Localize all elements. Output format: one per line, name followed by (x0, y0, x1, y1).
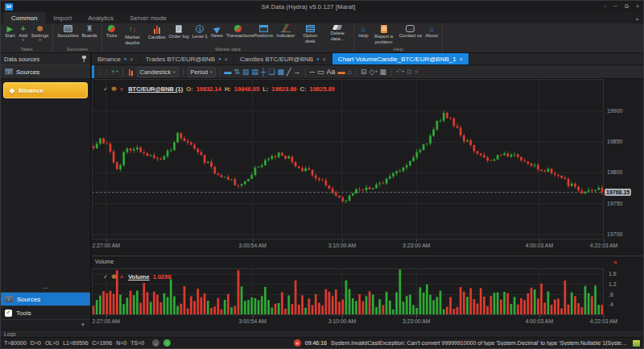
ribbon-indicator-button[interactable]: ╱╱Indicator (275, 24, 296, 39)
boards-icon: ♜ (86, 24, 93, 33)
series-settings-icon[interactable]: ☸ (111, 273, 117, 280)
series-remove-icon[interactable]: × (120, 86, 123, 92)
auto-range-button[interactable]: ⇅ (234, 69, 241, 76)
grid-toggle-button[interactable]: ▦ (380, 69, 387, 76)
volume-time-axis[interactable]: 2:27:00 AM3:00:54 AM3:10:00 AM3:23:00 AM… (92, 315, 604, 328)
close-tab-icon[interactable]: × (323, 56, 326, 62)
ribbon-order-log-button[interactable]: Order log (167, 24, 191, 39)
visibility-check-icon[interactable]: ✓ (103, 274, 108, 280)
sidebar-button-sources[interactable]: ↓ Sources (1, 292, 90, 305)
series-remove-icon[interactable]: × (120, 274, 123, 280)
close-tab-icon[interactable]: × (460, 56, 463, 62)
visibility-check-icon[interactable]: ✓ (103, 86, 108, 93)
binance-logo-icon: ◆ (10, 87, 14, 94)
minimize-icon[interactable]: ─ (613, 3, 617, 10)
log-file-icon[interactable] (633, 340, 640, 347)
ribbon-option-desk-button[interactable]: Option desk (296, 24, 324, 44)
chart-type-dropdown[interactable]: Candlestick▾ (137, 67, 179, 77)
ribbon-about-button[interactable]: ⌂About (423, 24, 440, 39)
ribbon-delete-data-button[interactable]: Delete data... (324, 24, 351, 41)
period-dropdown[interactable]: Period▾ (188, 67, 216, 77)
pin-window-icon[interactable]: ▫ (604, 3, 605, 10)
splitter-handle[interactable]: — (1, 285, 90, 292)
chevron-down-icon: ▾ (375, 70, 377, 74)
delete-drawing-button[interactable]: × (414, 69, 418, 76)
candlestick-type-icon (127, 68, 134, 76)
status-gray-icon[interactable]: ↓ (152, 339, 159, 347)
ribbon-level-1-button[interactable]: 1Level 1 (191, 24, 209, 39)
ribbon-contact-us-button[interactable]: ⋯Contact us (398, 24, 424, 39)
panel-grid-button[interactable]: ▤ (252, 69, 259, 76)
ribbon-tab-analytics[interactable]: Analytics (80, 12, 122, 23)
price-chart-svg[interactable] (92, 79, 604, 239)
source-item-binance[interactable]: ◆ Binance (3, 82, 88, 98)
close-tab-icon[interactable]: × (225, 56, 228, 62)
tooltip-button[interactable]: ❑ (269, 69, 275, 76)
time-tick-label: 4:22:03 AM (590, 243, 617, 248)
price-tick-label: 19900 (607, 108, 622, 114)
ribbon-market-depths-button[interactable]: ↑↓Market depths (119, 24, 147, 45)
tab-binance[interactable]: Binance●× (92, 53, 140, 64)
ribbon-add-button[interactable]: +Add▾ (17, 24, 30, 42)
rectangle-tool-icon: ▭ (317, 69, 324, 76)
pin-icon[interactable] (81, 56, 87, 62)
horizontal-line-button[interactable]: ─ (310, 69, 315, 76)
status-green-icon[interactable]: ↑ (163, 339, 171, 347)
text-tool-button[interactable]: Aa (326, 69, 335, 76)
ohlc-close-value: 19825.89 (309, 85, 334, 93)
error-message[interactable]: System.InvalidCastException: Can't conve… (331, 340, 629, 346)
logs-panel-header[interactable]: Logs (1, 330, 643, 337)
volume-series-title[interactable]: Volume (128, 273, 150, 280)
series-settings-icon[interactable]: ☸ (111, 85, 117, 93)
ribbon-start-button[interactable]: ▶Start (3, 24, 17, 39)
rectangle-tool-button[interactable]: ▭ (317, 69, 324, 76)
tab-candles-btc-eur-bnb[interactable]: Candles BTC/EUR@BNB●× (234, 53, 332, 64)
ribbon-ticks-button[interactable]: Ticks (105, 24, 119, 39)
area-tool-button[interactable]: ⌂ (347, 69, 351, 76)
arrow-tool-button[interactable]: → (294, 69, 301, 76)
ribbon-help-button[interactable]: ⌂Help (357, 24, 369, 39)
close-tab-icon[interactable]: × (130, 56, 134, 62)
ribbon-news-button[interactable]: ▶News (209, 24, 225, 39)
crosshair-button[interactable]: ┼ (261, 69, 266, 76)
level-1-icon: 1 (196, 25, 204, 33)
ribbon-boards-button[interactable]: ♜Boards (80, 24, 99, 39)
close-pane-icon[interactable]: × (613, 259, 617, 266)
export-button[interactable]: ⊟ (361, 69, 367, 76)
panel-left-button[interactable]: ▥ (242, 69, 250, 76)
series-title[interactable]: BTC/EUR@BNB (1) (128, 85, 183, 93)
window-buttons: ▫ ─ ⧉ × (604, 3, 639, 10)
style-button[interactable]: ◇▾ (369, 69, 377, 76)
ribbon-securities-button[interactable]: Securities (56, 24, 80, 39)
ribbon-tab-common[interactable]: Common (3, 12, 45, 23)
ribbon-tab-import[interactable]: Import (45, 12, 80, 23)
time-axis[interactable]: 2:27:00 AM3:00:54 AM3:10:00 AM3:23:00 AM… (92, 239, 604, 254)
copy-button[interactable]: ⧉ (407, 69, 411, 76)
restore-icon[interactable]: ⧉ (625, 3, 629, 10)
ribbon-settings-button[interactable]: ☸Settings▾ (30, 24, 51, 42)
tab-trades-btc-eur-bnb[interactable]: Trades BTC/EUR@BNB●× (140, 53, 234, 64)
chevron-down-icon[interactable]: ▼ (80, 322, 85, 327)
toolbar-grip-icon[interactable]: ⋮⋮ (97, 69, 109, 76)
volume-tick-label: 1.2 (609, 281, 617, 287)
sources-group-header[interactable]: ↓ Sources (1, 65, 90, 79)
tooltip-icon: ❑ (269, 69, 275, 76)
cluster-button[interactable]: ▩ (278, 69, 285, 76)
trend-line-button[interactable]: ╱ (287, 69, 291, 76)
error-timestamp: 09:46:16 (305, 340, 327, 346)
tab-chart-volumecandle-btc-eur-bnb-1[interactable]: Chart VolumeCandle_BTC/EUR@BNB_1× (332, 53, 469, 64)
undo-button[interactable]: ↶▾ (395, 69, 404, 76)
band-tool-button[interactable]: ▬ (337, 69, 345, 76)
collapse-ribbon-icon[interactable]: ▴ (636, 15, 643, 21)
ribbon-transactions-button[interactable]: Transactions (225, 24, 252, 39)
time-tick-label: 4:22:03 AM (590, 318, 617, 324)
layout-button[interactable]: ▬ (225, 69, 232, 76)
ribbon-report-a-problem-button[interactable]: Report a problem (370, 24, 398, 44)
ribbon-positions-button[interactable]: Positions (252, 24, 275, 39)
app-icon[interactable]: S# (5, 3, 13, 10)
sidebar-button-tools[interactable]: ✓ Tools (1, 305, 90, 319)
add-indicator-button[interactable]: +▾ (111, 69, 118, 76)
close-icon[interactable]: × (636, 3, 639, 10)
ribbon-tab-server-mode[interactable]: Server mode (122, 12, 175, 23)
ribbon-candles-button[interactable]: Candles (147, 24, 167, 40)
